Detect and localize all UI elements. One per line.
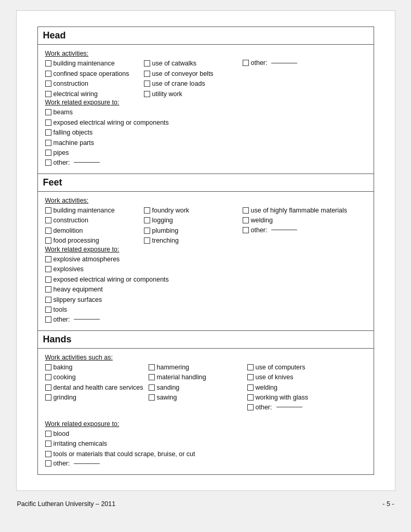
head-check-building-maintenance-input[interactable] <box>45 60 51 66</box>
hands-check-baking-input[interactable] <box>45 364 51 370</box>
hands-check-cooking-input[interactable] <box>45 374 51 380</box>
feet-check-construction-input[interactable] <box>45 217 51 223</box>
hands-other-activity-blank[interactable] <box>276 407 302 407</box>
head-check-beams-input[interactable] <box>45 109 51 115</box>
feet-check-heavy-equipment-input[interactable] <box>45 286 51 292</box>
hands-other-exposure-input[interactable] <box>45 460 51 467</box>
page: Head Work activities: building maintenan… <box>16 10 395 491</box>
section-feet-title: Feet <box>38 174 374 192</box>
feet-check-explosive-atm-input[interactable] <box>45 256 51 262</box>
hands-check-sawing-input[interactable] <box>149 394 155 401</box>
hands-check-hammering-label: hammering <box>157 363 190 373</box>
head-check-pipes-label: pipes <box>54 149 69 158</box>
head-check-utility-work-input[interactable] <box>144 91 150 97</box>
feet-check-welding-input[interactable] <box>243 217 249 223</box>
head-check-conveyor-belts: use of conveyor belts <box>144 70 237 79</box>
head-check-construction-input[interactable] <box>45 81 51 87</box>
head-col-3: other: <box>243 59 336 99</box>
head-other-activity-input[interactable] <box>243 60 249 66</box>
hands-check-knives: use of knives <box>247 373 341 382</box>
feet-check-plumbing: plumbing <box>144 227 237 236</box>
footer-right: - 5 - <box>382 500 394 508</box>
head-check-machine-parts-input[interactable] <box>45 140 51 146</box>
head-check-electrical-wiring: electrical wiring <box>45 90 139 99</box>
feet-check-trenching: trenching <box>144 236 237 246</box>
hands-check-hammering: hammering <box>149 363 242 373</box>
head-check-beams-label: beams <box>54 108 73 117</box>
feet-check-demolition-input[interactable] <box>45 228 51 234</box>
head-other-activity-blank[interactable] <box>271 63 297 63</box>
head-work-activities-columns: building maintenance confined space oper… <box>45 59 366 99</box>
head-check-catwalks: use of catwalks <box>144 59 237 69</box>
head-check-pipes-input[interactable] <box>45 150 51 156</box>
hands-check-knives-input[interactable] <box>247 374 254 380</box>
head-check-construction: construction <box>45 79 139 89</box>
hands-check-sanding-input[interactable] <box>149 384 155 391</box>
hands-check-material-handling-input[interactable] <box>149 374 155 380</box>
head-other-exposure-blank[interactable] <box>74 162 100 163</box>
feet-check-slippery: slippery surfaces <box>45 296 169 305</box>
feet-check-trenching-input[interactable] <box>144 237 150 244</box>
hands-check-dental-input[interactable] <box>45 384 51 391</box>
feet-check-flammable-input[interactable] <box>243 207 249 214</box>
head-check-electrical-wiring-input[interactable] <box>45 91 51 97</box>
hands-check-tools-materials-input[interactable] <box>45 451 51 457</box>
head-check-catwalks-label: use of catwalks <box>152 59 196 69</box>
feet-check-slippery-label: slippery surfaces <box>54 296 102 305</box>
hands-work-activities-label: Work activities such as: <box>45 354 366 361</box>
feet-other-exposure-blank[interactable] <box>74 319 100 320</box>
hands-check-hammering-input[interactable] <box>149 364 155 370</box>
hands-check-irritating-chemicals-label: irritating chemicals <box>54 440 108 449</box>
head-check-falling-objects-input[interactable] <box>45 129 51 136</box>
feet-check-exposed-wiring-input[interactable] <box>45 276 51 283</box>
feet-other-exposure-input[interactable] <box>45 316 51 323</box>
feet-check-food-processing-input[interactable] <box>45 237 51 244</box>
hands-check-computers: use of computers <box>247 363 341 373</box>
head-check-crane-loads-label: use of crane loads <box>152 79 205 89</box>
hands-work-activities-columns: baking cooking dental and health care se… <box>45 363 366 411</box>
hands-check-grinding: grinding <box>45 393 143 403</box>
feet-check-welding-label: welding <box>251 216 273 225</box>
feet-other-activity: other: <box>243 227 348 234</box>
hands-check-dental-label: dental and health care services <box>54 383 143 393</box>
feet-check-explosives-input[interactable] <box>45 266 51 272</box>
head-check-conveyor-belts-input[interactable] <box>144 71 150 77</box>
feet-check-flammable: use of highly flammable materials <box>243 206 348 216</box>
feet-check-demolition: demolition <box>45 227 139 236</box>
feet-other-activity-blank[interactable] <box>271 230 297 230</box>
feet-check-plumbing-input[interactable] <box>144 228 150 234</box>
feet-other-activity-input[interactable] <box>243 227 249 233</box>
feet-check-tools-input[interactable] <box>45 307 51 313</box>
hands-exp-col-1: blood irritating chemicals tools or mate… <box>45 430 195 468</box>
hands-check-blood-input[interactable] <box>45 431 51 437</box>
head-check-building-maintenance: building maintenance <box>45 59 139 69</box>
feet-check-slippery-input[interactable] <box>45 297 51 303</box>
hands-check-irritating-chemicals: irritating chemicals <box>45 440 195 449</box>
feet-check-logging-label: logging <box>152 216 173 225</box>
feet-check-logging-input[interactable] <box>144 217 150 223</box>
hands-other-activity-input[interactable] <box>247 404 254 410</box>
hands-check-material-handling-label: material handling <box>157 373 206 382</box>
section-feet-body: Work activities: building maintenance co… <box>38 192 374 330</box>
hands-other-exposure-blank[interactable] <box>74 463 100 464</box>
head-check-crane-loads-input[interactable] <box>144 81 150 87</box>
hands-check-welding-input[interactable] <box>247 384 254 391</box>
head-check-building-maintenance-label: building maintenance <box>54 59 115 69</box>
hands-col-1: baking cooking dental and health care se… <box>45 363 143 411</box>
hands-check-irritating-chemicals-input[interactable] <box>45 441 51 447</box>
feet-check-heavy-equipment-label: heavy equipment <box>54 285 103 295</box>
page-footer: Pacific Lutheran University – 2011 - 5 - <box>16 500 395 508</box>
head-check-electrical-wiring-label: electrical wiring <box>54 90 98 99</box>
feet-check-building-maintenance-input[interactable] <box>45 207 51 214</box>
head-check-catwalks-input[interactable] <box>144 60 150 66</box>
hands-check-sawing: sawing <box>149 393 242 403</box>
hands-check-glass-input[interactable] <box>247 394 254 401</box>
head-check-exposed-wiring-input[interactable] <box>45 119 51 126</box>
hands-check-grinding-input[interactable] <box>45 394 51 401</box>
head-other-exposure-input[interactable] <box>45 159 51 166</box>
hands-check-sawing-label: sawing <box>157 393 177 403</box>
head-check-falling-objects-label: falling objects <box>54 128 93 138</box>
hands-check-computers-input[interactable] <box>247 364 254 370</box>
head-check-confined-space-input[interactable] <box>45 71 51 77</box>
feet-check-foundry-input[interactable] <box>144 207 150 214</box>
